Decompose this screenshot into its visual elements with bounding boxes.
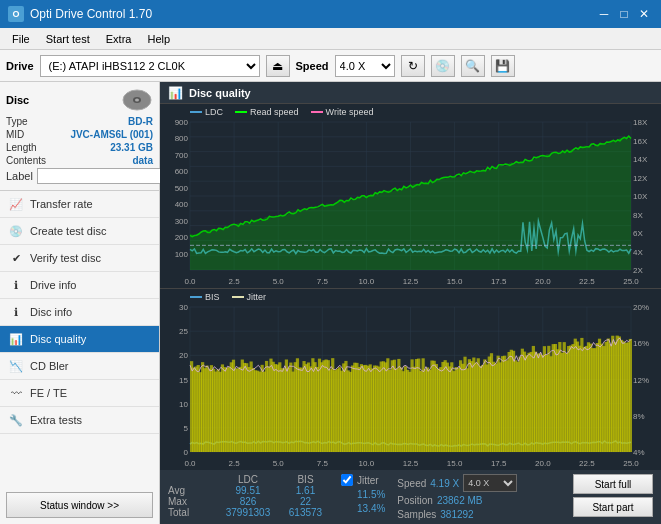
stats-content: LDC BIS Avg 99.51 1.61 Max 826 22	[168, 474, 653, 520]
legend-read-speed: Read speed	[235, 107, 299, 117]
disc-title: Disc	[6, 94, 29, 106]
scan-button[interactable]: 🔍	[461, 55, 485, 77]
top-chart-legend: LDC Read speed Write speed	[190, 107, 373, 117]
avg-label: Avg	[168, 485, 218, 496]
title-bar: O Opti Drive Control 1.70 ─ □ ✕	[0, 0, 661, 28]
sidebar-item-verify-test-disc[interactable]: ✔ Verify test disc	[0, 245, 159, 272]
bis-color	[190, 296, 202, 298]
refresh-button[interactable]: ↻	[401, 55, 425, 77]
jitter-avg-val: 11.5%	[341, 489, 385, 500]
disc-length-value: 23.31 GB	[110, 142, 153, 153]
speed-select-dropdown[interactable]: 4.0 X	[463, 474, 517, 492]
position-row: Position 23862 MB	[397, 495, 517, 506]
speed-label: Speed	[397, 478, 426, 489]
title-bar-left: O Opti Drive Control 1.70	[8, 6, 152, 22]
sidebar-item-drive-info[interactable]: ℹ Drive info	[0, 272, 159, 299]
samples-label: Samples	[397, 509, 436, 520]
nav-verify-test-label: Verify test disc	[30, 252, 101, 264]
jitter-color	[232, 296, 244, 298]
sidebar-item-disc-quality[interactable]: 📊 Disc quality	[0, 326, 159, 353]
legend-bis: BIS	[190, 292, 220, 302]
disc-quality-header: 📊 Disc quality	[160, 82, 661, 104]
stats-table: LDC BIS Avg 99.51 1.61 Max 826 22	[168, 474, 333, 518]
top-chart	[160, 104, 661, 288]
disc-length-label: Length	[6, 142, 37, 153]
disc-icon	[121, 88, 153, 112]
samples-value: 381292	[440, 509, 473, 520]
disc-label-input[interactable]	[37, 168, 170, 184]
disc-label-label: Label	[6, 170, 33, 182]
jitter-speed-panel: Jitter 11.5% 13.4%	[341, 474, 385, 517]
ldc-total: 37991303	[218, 507, 278, 518]
sidebar-item-create-test-disc[interactable]: 💿 Create test disc	[0, 218, 159, 245]
main-content: Disc Type BD-R MID JVC-AMS6L (001) Lengt…	[0, 82, 661, 524]
nav-extra-tests-label: Extra tests	[30, 414, 82, 426]
menu-help[interactable]: Help	[139, 31, 178, 47]
max-label: Max	[168, 496, 218, 507]
total-label: Total	[168, 507, 218, 518]
nav-disc-info-label: Disc info	[30, 306, 72, 318]
minimize-button[interactable]: ─	[595, 6, 613, 22]
read-speed-color	[235, 111, 247, 113]
app-title: Opti Drive Control 1.70	[30, 7, 152, 21]
window-controls: ─ □ ✕	[595, 6, 653, 22]
start-full-button[interactable]: Start full	[573, 474, 653, 494]
disc-mid-row: MID JVC-AMS6L (001)	[6, 129, 153, 140]
create-test-icon: 💿	[8, 223, 24, 239]
disc-panel: Disc Type BD-R MID JVC-AMS6L (001) Lengt…	[0, 82, 159, 191]
position-value: 23862 MB	[437, 495, 483, 506]
menu-file[interactable]: File	[4, 31, 38, 47]
nav-fe-te-label: FE / TE	[30, 387, 67, 399]
nav-transfer-rate-label: Transfer rate	[30, 198, 93, 210]
jitter-label: Jitter	[357, 475, 379, 486]
disc-contents-row: Contents data	[6, 155, 153, 166]
drive-label: Drive	[6, 60, 34, 72]
ldc-max: 826	[218, 496, 278, 507]
disc-type-row: Type BD-R	[6, 116, 153, 127]
svg-point-2	[135, 99, 139, 102]
right-panel-inner: 📊 Disc quality LDC Read speed	[160, 82, 661, 524]
start-part-button[interactable]: Start part	[573, 497, 653, 517]
speed-label: Speed	[296, 60, 329, 72]
bottom-chart-legend: BIS Jitter	[190, 292, 266, 302]
speed-pos-panel: Speed 4.19 X 4.0 X Position 23862 MB Sam…	[397, 474, 517, 520]
drive-select[interactable]: (E:) ATAPI iHBS112 2 CL0K	[40, 55, 260, 77]
menu-bar: File Start test Extra Help	[0, 28, 661, 50]
top-chart-container: LDC Read speed Write speed	[160, 104, 661, 289]
nav-cd-bler-label: CD Bler	[30, 360, 69, 372]
sidebar-item-fe-te[interactable]: 〰 FE / TE	[0, 380, 159, 407]
verify-test-icon: ✔	[8, 250, 24, 266]
speed-value: 4.19 X	[430, 478, 459, 489]
position-label: Position	[397, 495, 433, 506]
nav-drive-info-label: Drive info	[30, 279, 76, 291]
menu-start-test[interactable]: Start test	[38, 31, 98, 47]
sidebar-item-transfer-rate[interactable]: 📈 Transfer rate	[0, 191, 159, 218]
bis-max: 22	[278, 496, 333, 507]
disc-quality-icon: 📊	[8, 331, 24, 347]
close-button[interactable]: ✕	[635, 6, 653, 22]
status-window-button[interactable]: Status window >>	[6, 492, 153, 518]
sidebar-item-cd-bler[interactable]: 📉 CD Bler	[0, 353, 159, 380]
col-ldc: LDC	[218, 474, 278, 485]
jitter-checkbox[interactable]	[341, 474, 353, 486]
disc-quality-header-icon: 📊	[168, 86, 183, 100]
menu-extra[interactable]: Extra	[98, 31, 140, 47]
cd-bler-icon: 📉	[8, 358, 24, 374]
eject-button[interactable]: ⏏	[266, 55, 290, 77]
col-bis: BIS	[278, 474, 333, 485]
legend-ldc: LDC	[190, 107, 223, 117]
sidebar-item-extra-tests[interactable]: 🔧 Extra tests	[0, 407, 159, 434]
transfer-rate-icon: 📈	[8, 196, 24, 212]
disc-type-label: Type	[6, 116, 28, 127]
right-panel: 📊 Disc quality LDC Read speed	[160, 82, 661, 524]
bis-total: 613573	[278, 507, 333, 518]
sidebar-item-disc-info[interactable]: ℹ Disc info	[0, 299, 159, 326]
save-button[interactable]: 💾	[491, 55, 515, 77]
disc-quality-header-title: Disc quality	[189, 87, 251, 99]
disc-mid-label: MID	[6, 129, 24, 140]
maximize-button[interactable]: □	[615, 6, 633, 22]
disc-contents-value: data	[132, 155, 153, 166]
speed-select[interactable]: 4.0 X	[335, 55, 395, 77]
ldc-avg: 99.51	[218, 485, 278, 496]
disc-button[interactable]: 💿	[431, 55, 455, 77]
